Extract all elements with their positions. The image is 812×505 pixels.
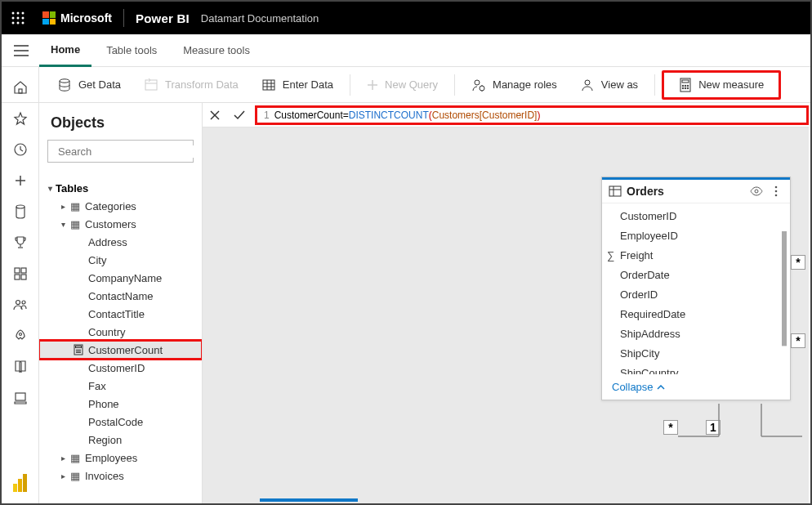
field-freight[interactable]: ∑Freight — [602, 245, 790, 265]
svg-point-0 — [12, 12, 15, 15]
field-address[interactable]: Address — [39, 233, 202, 251]
powerbi-icon — [13, 474, 28, 492]
card-more-button[interactable] — [769, 185, 783, 197]
x-icon — [209, 109, 221, 121]
canvas-hscroll-thumb[interactable] — [260, 498, 358, 502]
nav-home[interactable] — [2, 74, 39, 101]
nav-apps[interactable] — [2, 260, 39, 288]
check-icon — [233, 109, 246, 121]
field-contactname[interactable]: ContactName — [39, 287, 202, 305]
nav-workspaces[interactable] — [2, 384, 39, 412]
field-shipcity[interactable]: ShipCity — [602, 343, 790, 363]
field-customerid[interactable]: CustomerID — [602, 206, 790, 226]
model-canvas[interactable]: Orders CustomerID EmployeeID ∑Freight Or… — [203, 127, 809, 503]
svg-rect-44 — [15, 275, 20, 279]
table-icon: ▦ — [69, 200, 82, 212]
table-card-orders[interactable]: Orders CustomerID EmployeeID ∑Freight Or… — [601, 177, 791, 400]
field-city[interactable]: City — [39, 251, 202, 269]
search-box[interactable] — [47, 140, 194, 163]
nav-create[interactable] — [2, 167, 39, 194]
formula-function: DISTINCTCOUNT — [349, 109, 429, 121]
user-gear-icon — [471, 78, 486, 92]
field-employeeid[interactable]: EmployeeID — [602, 226, 790, 245]
formula-measure-name: CustomerCount — [274, 109, 343, 121]
microsoft-logo-icon — [42, 11, 56, 25]
transform-data-label: Transform Data — [165, 78, 239, 91]
collapse-button[interactable]: Collapse — [602, 374, 790, 400]
svg-point-55 — [78, 350, 78, 351]
nav-powerbi[interactable] — [2, 469, 39, 497]
transform-data-button: Transform Data — [134, 72, 248, 98]
line-number: 1 — [264, 109, 270, 121]
hamburger-button[interactable] — [3, 34, 39, 67]
manage-roles-button[interactable]: Manage roles — [462, 72, 567, 98]
svg-point-12 — [60, 78, 69, 82]
table-customers[interactable]: ▾▦Customers — [39, 215, 202, 233]
app-launcher-button[interactable] — [2, 2, 34, 34]
global-header: Microsoft Power BI Datamart Documentatio… — [2, 2, 810, 34]
svg-point-56 — [79, 350, 80, 351]
svg-point-7 — [17, 22, 20, 25]
new-measure-button[interactable]: New measure — [662, 70, 781, 100]
field-shipcountry[interactable]: ShipCountry — [602, 363, 790, 374]
svg-rect-62 — [609, 186, 621, 196]
field-country[interactable]: Country — [39, 323, 202, 341]
nav-datasets[interactable] — [2, 198, 39, 226]
nav-learn[interactable] — [2, 353, 39, 381]
table-categories[interactable]: ▸▦Categories — [39, 197, 202, 215]
table-invoices[interactable]: ▸▦Invoices — [39, 467, 202, 485]
enter-data-button[interactable]: Enter Data — [252, 72, 343, 98]
svg-point-5 — [22, 17, 25, 20]
tables-node[interactable]: ▾Tables — [39, 179, 202, 197]
field-companyname[interactable]: CompanyName — [39, 269, 202, 287]
field-postalcode[interactable]: PostalCode — [39, 413, 202, 431]
nav-goals[interactable] — [2, 229, 39, 257]
nav-recent[interactable] — [2, 136, 39, 163]
commit-formula-button[interactable] — [227, 103, 252, 127]
ribbon-tabs: Home Table tools Measure tools — [2, 34, 810, 67]
measure-customercount[interactable]: CustomerCount — [39, 341, 202, 359]
search-input[interactable] — [58, 145, 195, 158]
toolbar-divider-3 — [654, 74, 655, 96]
formula-paren-close: ) — [537, 109, 540, 121]
card-visibility-button[interactable] — [749, 186, 764, 196]
field-requireddate[interactable]: RequiredDate — [602, 304, 790, 324]
svg-rect-53 — [76, 346, 82, 348]
svg-point-34 — [687, 87, 689, 89]
stack-icon — [13, 391, 28, 404]
svg-rect-42 — [15, 268, 20, 273]
microsoft-logo: Microsoft — [42, 11, 112, 25]
document-title: Datamart Documentation — [201, 12, 319, 25]
nav-shared[interactable] — [2, 291, 39, 319]
field-orderdate[interactable]: OrderDate — [602, 265, 790, 284]
formula-input[interactable]: 1 CustomerCount = DISTINCTCOUNT ( Custom… — [255, 105, 809, 125]
table-employees[interactable]: ▸▦Employees — [39, 449, 202, 467]
tab-table-tools[interactable]: Table tools — [95, 34, 168, 67]
nav-favorites[interactable] — [2, 105, 39, 132]
field-orderid[interactable]: OrderID — [602, 284, 790, 304]
svg-point-68 — [775, 194, 778, 197]
field-customerid[interactable]: CustomerID — [39, 359, 202, 377]
tab-home[interactable]: Home — [39, 34, 91, 67]
svg-point-6 — [12, 22, 15, 25]
view-as-button[interactable]: View as — [570, 72, 648, 98]
field-phone[interactable]: Phone — [39, 395, 202, 413]
field-fax[interactable]: Fax — [39, 377, 202, 395]
svg-point-54 — [76, 350, 77, 351]
objects-panel: Objects ▾Tables ▸▦Categories ▾▦Customers… — [39, 103, 203, 503]
svg-point-67 — [775, 190, 778, 193]
field-contacttitle[interactable]: ContactTitle — [39, 305, 202, 323]
database-icon — [57, 78, 72, 92]
cardinality-many-2: * — [791, 333, 805, 348]
calculator-icon — [679, 78, 692, 92]
svg-point-31 — [687, 85, 689, 87]
nav-deployment[interactable] — [2, 322, 39, 350]
field-shipaddress[interactable]: ShipAddress — [602, 324, 790, 343]
tab-measure-tools[interactable]: Measure tools — [172, 34, 261, 67]
field-region[interactable]: Region — [39, 431, 202, 449]
get-data-button[interactable]: Get Data — [47, 72, 131, 98]
cancel-formula-button[interactable] — [203, 103, 227, 127]
toolbar-divider-2 — [454, 74, 455, 96]
card-scrollbar-thumb[interactable] — [782, 231, 787, 346]
get-data-label: Get Data — [78, 78, 121, 91]
